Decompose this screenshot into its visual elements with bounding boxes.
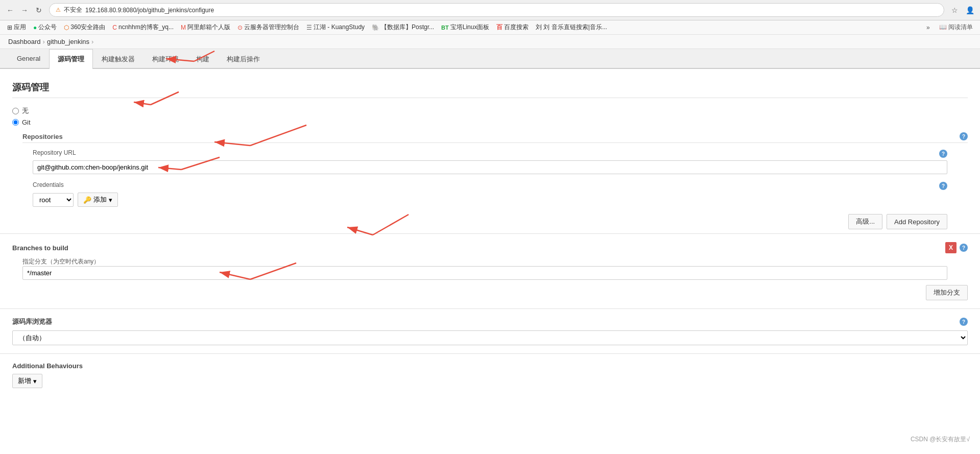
tab-build-env[interactable]: 构建环境: [144, 49, 187, 69]
back-button[interactable]: ←: [4, 4, 16, 16]
security-warning-text: 不安全: [64, 6, 82, 14]
mail-icon: M: [181, 24, 186, 31]
repository-url-input[interactable]: [33, 160, 947, 174]
credentials-help-button[interactable]: ?: [939, 182, 947, 190]
source-browser-select[interactable]: （自动）: [12, 330, 968, 345]
circle-icon: ●: [33, 24, 37, 31]
repositories-help-button[interactable]: ?: [960, 132, 968, 140]
branch-input[interactable]: [22, 266, 947, 280]
additional-behaviours-section: Additional Behaviours 新增 ▾: [0, 353, 980, 396]
branches-header: Branches to build X ?: [12, 242, 968, 253]
key-icon: 🔑: [83, 196, 91, 204]
bookmark-360[interactable]: ⬡ 360安全路由: [61, 22, 108, 33]
tabs-bar: General 源码管理 构建触发器 构建环境 构建 构建后操作: [0, 49, 980, 69]
advanced-button[interactable]: 高级...: [848, 214, 882, 229]
forward-button[interactable]: →: [18, 4, 31, 16]
branch-specify-label: 指定分支（为空时代表any）: [22, 258, 100, 265]
breadcrumb: Dashboard › github_jenkins ›: [0, 35, 980, 49]
bookmarks-bar: ⊞ 应用 ● 公众号 ⬡ 360安全路由 C ncnhhm的博客_yq... M…: [0, 20, 980, 35]
reading-mode-button[interactable]: 📖 阅读清单: [936, 22, 976, 33]
dropdown-arrow-icon: ▾: [109, 196, 112, 204]
new-behaviour-button[interactable]: 新增 ▾: [12, 374, 42, 388]
bookmark-baidu[interactable]: 百 百度搜索: [493, 22, 532, 33]
tab-build-triggers[interactable]: 构建触发器: [93, 49, 144, 69]
book-icon: ☰: [306, 24, 312, 31]
breadcrumb-separator: ›: [43, 38, 45, 45]
repositories-label: Repositories: [22, 133, 63, 140]
watermark: CSDN @长安有故里√: [911, 435, 970, 444]
main-content: General 源码管理 构建触发器 构建环境 构建 构建后操作 源码管理 无 …: [0, 49, 980, 454]
tab-build[interactable]: 构建: [187, 49, 218, 69]
radio-none-label: 无: [22, 106, 29, 115]
credentials-label: Credentials: [33, 181, 64, 188]
radio-none-input[interactable]: [12, 108, 19, 114]
bt-icon: BT: [441, 25, 449, 31]
section-title: 源码管理: [12, 81, 968, 98]
branches-section: Branches to build X ? 指定分支（为空时代表any） 增加分…: [0, 233, 980, 308]
bookmark-gongzhonghao[interactable]: ● 公众号: [30, 22, 60, 33]
security-warning-icon: ⚠: [56, 7, 61, 13]
repository-url-row: Repository URL ?: [33, 149, 947, 174]
add-credentials-button[interactable]: 🔑 添加 ▾: [78, 193, 118, 207]
radio-group-scm: 无 Git: [12, 106, 968, 126]
bookmark-star-button[interactable]: ☆: [948, 4, 961, 16]
radio-git-input[interactable]: [12, 119, 19, 126]
repository-buttons-row: 高级... Add Repository: [33, 214, 947, 229]
bookmark-postgres[interactable]: 🐘 【数据库】Postgr...: [369, 22, 437, 33]
remove-branch-button[interactable]: X: [945, 242, 957, 253]
branches-title: Branches to build: [12, 244, 68, 252]
add-repository-button[interactable]: Add Repository: [887, 214, 947, 229]
dropdown-icon: ▾: [33, 377, 37, 385]
branch-specify-block: 指定分支（为空时代表any）: [22, 257, 947, 280]
shield-icon: ⬡: [64, 24, 69, 31]
breadcrumb-job[interactable]: github_jenkins: [47, 38, 89, 45]
credentials-row: Credentials ? root 🔑 添加 ▾: [33, 181, 947, 207]
credentials-select[interactable]: root: [33, 193, 74, 207]
baidu-icon: 百: [496, 23, 503, 32]
apps-icon: ⊞: [7, 24, 12, 31]
url-text: 192.168.80.9:8080/job/github_jenkins/con…: [85, 7, 214, 14]
tab-post-build[interactable]: 构建后操作: [218, 49, 269, 69]
source-browser-label: 源码库浏览器: [12, 317, 52, 326]
radio-git[interactable]: Git: [12, 118, 968, 126]
tab-general[interactable]: General: [8, 49, 49, 69]
reload-button[interactable]: ↻: [33, 4, 45, 16]
db-icon: 🐘: [372, 24, 379, 31]
bookmark-jianghu[interactable]: ☰ 江湖 - KuangStudy: [303, 22, 368, 33]
bookmark-apps[interactable]: ⊞ 应用: [4, 22, 29, 33]
profile-button[interactable]: 👤: [964, 4, 976, 16]
bookmark-cloud[interactable]: ⊙ 云服务器管理控制台: [234, 22, 302, 33]
add-branch-button[interactable]: 增加分支: [926, 285, 968, 300]
breadcrumb-separator2: ›: [91, 38, 93, 45]
source-browser-help-button[interactable]: ?: [960, 318, 968, 326]
reading-list-icon: 📖: [939, 23, 947, 31]
credentials-input-row: root 🔑 添加 ▾: [33, 193, 947, 207]
repositories-header: Repositories ?: [22, 132, 968, 140]
more-bookmarks-button[interactable]: »: [923, 23, 933, 32]
bookmark-ncnhhm[interactable]: C ncnhhm的博客_yq...: [109, 22, 177, 33]
repository-url-help-button[interactable]: ?: [939, 150, 947, 158]
additional-behaviours-title: Additional Behaviours: [12, 362, 968, 370]
address-bar[interactable]: ⚠ 不安全 192.168.80.9:8080/job/github_jenki…: [49, 3, 944, 17]
radio-none[interactable]: 无: [12, 106, 968, 115]
tab-source-code[interactable]: 源码管理: [49, 49, 93, 69]
blog-icon: C: [112, 24, 117, 31]
music-icon: 刘: [536, 23, 542, 32]
bookmark-alimail[interactable]: M 阿里邮箱个人版: [178, 22, 233, 33]
bookmark-music[interactable]: 刘 刘 音乐直链搜索|音乐...: [533, 22, 610, 33]
add-branch-row: 增加分支: [12, 285, 968, 300]
branches-help-button[interactable]: ?: [960, 244, 968, 252]
repository-url-block: Repository URL ? Credentials ?: [33, 149, 947, 229]
radio-git-label: Git: [22, 118, 31, 126]
source-browser-section: 源码库浏览器 ? （自动）: [0, 308, 980, 353]
breadcrumb-dashboard[interactable]: Dashboard: [8, 38, 41, 45]
repositories-block: Repositories ? Repository URL ?: [22, 132, 968, 229]
repository-url-label: Repository URL: [33, 149, 76, 156]
bookmark-bt[interactable]: BT 宝塔Linux面板: [438, 22, 492, 33]
cloud-icon: ⊙: [237, 24, 243, 31]
source-management-section: 源码管理 无 Git Repositories ?: [0, 69, 980, 229]
